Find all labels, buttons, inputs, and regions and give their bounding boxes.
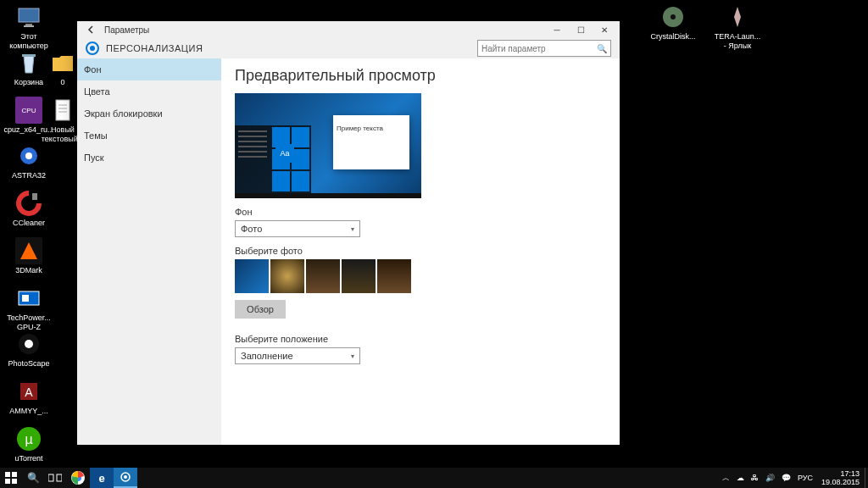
svg-rect-24 <box>12 479 17 484</box>
desktop-icon-label: TechPower... GPU-Z <box>3 313 54 332</box>
chevron-down-icon: ▾ <box>351 352 354 360</box>
svg-rect-22 <box>12 472 17 477</box>
gear-icon <box>86 42 99 55</box>
header-row: ПЕРСОНАЛИЗАЦИЯ 🔍 <box>77 38 620 58</box>
content-area: Предварительный просмотр Aa Пример текст… <box>221 58 620 445</box>
preview-aa: Aa <box>275 144 294 163</box>
clock-time: 17:13 <box>821 469 860 478</box>
taskbar: 🔍 e ︿ ☁ 🖧 🔊 💬 РУС 17:13 19.08.2015 <box>0 468 868 488</box>
desktop-icon-photoscape[interactable]: PhotoScape <box>3 330 54 369</box>
header-title: ПЕРСОНАЛИЗАЦИЯ <box>106 43 203 53</box>
svg-point-20 <box>670 14 676 19</box>
desktop-icon-ccleaner[interactable]: CCleaner <box>3 190 54 228</box>
search-taskbar-icon[interactable]: 🔍 <box>22 468 44 488</box>
desktop-icon-this-pc[interactable]: Этот компьютер <box>3 3 54 51</box>
desktop-icon-label: TERA-Laun... - Ярлык <box>712 32 763 51</box>
wallpaper-thumb[interactable] <box>235 259 269 293</box>
preview-box: Aa Пример текста <box>235 93 421 198</box>
dropdown-value: Заполнение <box>241 351 293 361</box>
show-desktop-button[interactable] <box>865 468 868 488</box>
preview-sample-window: Пример текста <box>333 115 409 169</box>
wallpaper-thumb[interactable] <box>270 259 304 293</box>
desktop-icon-gpuz[interactable]: TechPower... GPU-Z <box>3 285 54 332</box>
search-box[interactable]: 🔍 <box>477 40 611 57</box>
start-button[interactable] <box>0 468 22 488</box>
desktop-icon-tera[interactable]: TERA-Laun... - Ярлык <box>712 3 763 51</box>
search-icon: 🔍 <box>597 44 607 53</box>
svg-rect-2 <box>24 25 34 27</box>
svg-text:A: A <box>25 385 33 399</box>
desktop-icon-3dmark[interactable]: 3DMark <box>3 237 54 275</box>
desktop-icon-label: PhotoScape <box>3 359 54 369</box>
desktop-icon-utorrent[interactable]: µ uTorrent <box>3 425 54 463</box>
svg-rect-26 <box>57 474 62 481</box>
tray-onedrive-icon[interactable]: ☁ <box>735 474 746 482</box>
preview-sample-text: Пример текста <box>337 125 383 132</box>
svg-rect-25 <box>48 474 53 481</box>
choose-photo-label: Выберите фото <box>235 246 606 256</box>
task-view-icon[interactable] <box>44 468 66 488</box>
sidebar: Фон Цвета Экран блокировки Темы Пуск <box>77 58 221 445</box>
desktop-icon-label: CCleaner <box>3 219 54 228</box>
tray-language[interactable]: РУС <box>796 474 815 482</box>
tray-chevron-up-icon[interactable]: ︿ <box>721 473 732 484</box>
browse-button[interactable]: Обзор <box>235 300 286 319</box>
background-dropdown[interactable]: Фото ▾ <box>235 220 360 237</box>
svg-point-10 <box>25 340 33 348</box>
background-label: Фон <box>235 207 606 217</box>
sidebar-item-lockscreen[interactable]: Экран блокировки <box>77 103 221 125</box>
taskbar-clock[interactable]: 17:13 19.08.2015 <box>816 469 865 486</box>
desktop-icon-label: uTorrent <box>3 454 54 463</box>
settings-window: Параметры ─ ☐ ✕ ПЕРСОНАЛИЗАЦИЯ 🔍 Фон Цве… <box>77 21 620 445</box>
svg-text:µ: µ <box>25 432 32 446</box>
wallpaper-thumb[interactable] <box>306 259 340 293</box>
desktop-icon-ammyy[interactable]: A AMMYY_... <box>3 378 54 416</box>
maximize-button[interactable]: ☐ <box>569 21 593 38</box>
svg-rect-0 <box>19 8 39 22</box>
desktop-icon-label: CrystalDisk... <box>648 32 698 42</box>
desktop-icon-label: Этот компьютер <box>3 32 54 51</box>
sidebar-item-colors[interactable]: Цвета <box>77 80 221 103</box>
taskbar-app-edge[interactable]: e <box>90 468 114 488</box>
wallpaper-thumb[interactable] <box>377 259 411 293</box>
back-button[interactable] <box>81 21 101 38</box>
svg-rect-15 <box>56 100 70 120</box>
sidebar-item-themes[interactable]: Темы <box>77 125 221 147</box>
desktop-icon-label: ASTRA32 <box>3 171 54 180</box>
svg-point-5 <box>25 152 32 159</box>
svg-rect-6 <box>32 193 37 200</box>
svg-rect-8 <box>22 295 29 302</box>
preview-heading: Предварительный просмотр <box>235 67 606 85</box>
titlebar[interactable]: Параметры ─ ☐ ✕ <box>77 21 620 38</box>
tray-volume-icon[interactable]: 🔊 <box>764 474 776 482</box>
svg-rect-1 <box>25 24 32 25</box>
close-button[interactable]: ✕ <box>593 21 616 38</box>
taskbar-app-chrome[interactable] <box>66 468 90 488</box>
wallpaper-thumb[interactable] <box>342 259 376 293</box>
clock-date: 19.08.2015 <box>821 478 860 486</box>
system-tray: ︿ ☁ 🖧 🔊 💬 РУС <box>721 473 816 484</box>
tray-notifications-icon[interactable]: 💬 <box>780 474 793 482</box>
desktop-icon-astra32[interactable]: ASTRA32 <box>3 142 54 180</box>
desktop-icon-label: 3DMark <box>3 266 54 275</box>
taskbar-app-settings[interactable] <box>114 468 137 488</box>
chevron-down-icon: ▾ <box>351 225 354 233</box>
svg-point-30 <box>124 475 127 479</box>
tray-network-icon[interactable]: 🖧 <box>749 474 760 482</box>
fit-label: Выберите положение <box>235 334 606 344</box>
svg-rect-23 <box>5 479 10 484</box>
desktop-icon-label: AMMYY_... <box>3 407 54 416</box>
window-title: Параметры <box>104 25 545 35</box>
search-input[interactable] <box>481 44 597 53</box>
thumbnail-row <box>235 259 606 293</box>
svg-rect-3 <box>22 54 36 57</box>
desktop-icon-crystaldisk[interactable]: CrystalDisk... <box>648 3 698 42</box>
dropdown-value: Фото <box>241 224 262 234</box>
sidebar-item-start[interactable]: Пуск <box>77 147 221 169</box>
sidebar-item-background[interactable]: Фон <box>77 58 221 80</box>
svg-rect-21 <box>5 472 10 477</box>
minimize-button[interactable]: ─ <box>545 21 569 38</box>
fit-dropdown[interactable]: Заполнение ▾ <box>235 347 360 364</box>
